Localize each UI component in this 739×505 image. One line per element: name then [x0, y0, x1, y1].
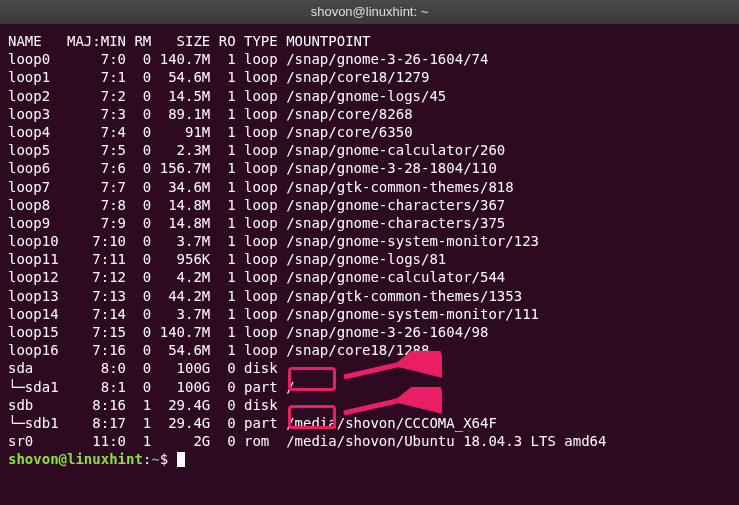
table-row: sda 8:0 0 100G 0 disk — [8, 359, 731, 377]
table-row: └─sda1 8:1 0 100G 0 part / — [8, 378, 731, 396]
table-row: loop0 7:0 0 140.7M 1 loop /snap/gnome-3-… — [8, 50, 731, 68]
table-row: loop9 7:9 0 14.8M 1 loop /snap/gnome-cha… — [8, 214, 731, 232]
prompt-host: linuxhint — [67, 451, 143, 467]
table-row: loop4 7:4 0 91M 1 loop /snap/core/6350 — [8, 123, 731, 141]
table-row: loop10 7:10 0 3.7M 1 loop /snap/gnome-sy… — [8, 232, 731, 250]
table-row: sr0 11:0 1 2G 0 rom /media/shovon/Ubuntu… — [8, 432, 731, 450]
table-row: └─sdb1 8:17 1 29.4G 0 part /media/shovon… — [8, 414, 731, 432]
prompt-user: shovon — [8, 451, 59, 467]
terminal-area[interactable]: NAME MAJ:MIN RM SIZE RO TYPE MOUNTPOINT … — [0, 24, 739, 477]
table-row: loop14 7:14 0 3.7M 1 loop /snap/gnome-sy… — [8, 305, 731, 323]
table-row: sdb 8:16 1 29.4G 0 disk — [8, 396, 731, 414]
table-row: loop12 7:12 0 4.2M 1 loop /snap/gnome-ca… — [8, 268, 731, 286]
table-row: loop16 7:16 0 54.6M 1 loop /snap/core18/… — [8, 341, 731, 359]
cursor — [177, 452, 185, 467]
table-row: loop6 7:6 0 156.7M 1 loop /snap/gnome-3-… — [8, 159, 731, 177]
table-row: loop5 7:5 0 2.3M 1 loop /snap/gnome-calc… — [8, 141, 731, 159]
table-row: loop13 7:13 0 44.2M 1 loop /snap/gtk-com… — [8, 287, 731, 305]
table-row: loop15 7:15 0 140.7M 1 loop /snap/gnome-… — [8, 323, 731, 341]
prompt-path: ~ — [151, 451, 159, 467]
table-row: loop3 7:3 0 89.1M 1 loop /snap/core/8268 — [8, 105, 731, 123]
table-row: loop8 7:8 0 14.8M 1 loop /snap/gnome-cha… — [8, 196, 731, 214]
table-header: NAME MAJ:MIN RM SIZE RO TYPE MOUNTPOINT — [8, 32, 731, 50]
prompt-line[interactable]: shovon@linuxhint:~$ — [8, 450, 731, 468]
window-titlebar: shovon@linuxhint: ~ — [0, 0, 739, 24]
table-row: loop7 7:7 0 34.6M 1 loop /snap/gtk-commo… — [8, 178, 731, 196]
table-row: loop11 7:11 0 956K 1 loop /snap/gnome-lo… — [8, 250, 731, 268]
table-row: loop2 7:2 0 14.5M 1 loop /snap/gnome-log… — [8, 87, 731, 105]
table-row: loop1 7:1 0 54.6M 1 loop /snap/core18/12… — [8, 68, 731, 86]
